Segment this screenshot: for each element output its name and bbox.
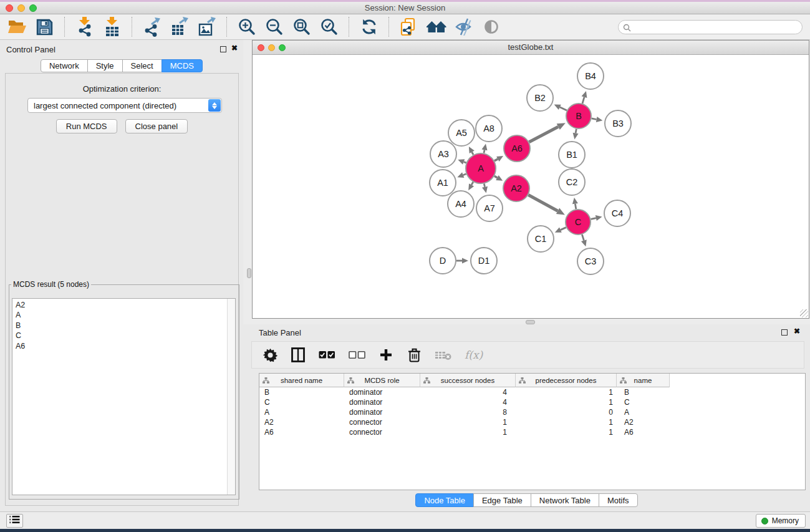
edge-C-C4[interactable] (591, 218, 596, 220)
column-header-shared-name[interactable]: shared name (259, 374, 344, 387)
edge-A-A1[interactable] (463, 174, 466, 175)
edge-C-C2[interactable] (575, 204, 576, 210)
cell-MCDS-role[interactable]: connector (344, 427, 420, 437)
float-table-panel-icon[interactable] (781, 329, 788, 336)
node-table[interactable]: shared nameMCDS rolesuccessor nodesprede… (259, 373, 806, 490)
cell-successor-nodes[interactable]: 1 (420, 427, 516, 437)
edge-B-B4[interactable] (582, 97, 584, 104)
mcds-result-item[interactable]: B (12, 321, 235, 331)
cell-successor-nodes[interactable]: 4 (420, 397, 516, 407)
cell-shared-name[interactable]: A2 (259, 417, 344, 427)
open-session-icon[interactable] (6, 16, 28, 38)
cell-predecessor-nodes[interactable]: 1 (516, 397, 617, 407)
tab-mcds[interactable]: MCDS (162, 59, 203, 72)
table-tab-node-table[interactable]: Node Table (415, 493, 474, 507)
float-panel-icon[interactable] (220, 46, 226, 52)
zoom-out-icon[interactable] (263, 16, 285, 38)
run-mcds-button[interactable]: Run MCDS (56, 119, 117, 133)
edge-A-A7[interactable] (484, 183, 485, 186)
show-all-networks-icon[interactable] (425, 16, 447, 38)
table-row[interactable]: A2connector11A2 (259, 417, 805, 427)
cell-shared-name[interactable]: A6 (259, 427, 344, 437)
network-zoom-button[interactable] (279, 44, 286, 51)
mcds-result-item[interactable]: C (12, 331, 235, 341)
column-header-successor-nodes[interactable]: successor nodes (420, 374, 516, 387)
export-table-icon[interactable] (168, 16, 190, 38)
network-close-button[interactable] (258, 44, 264, 51)
mcds-result-item[interactable]: A2 (12, 300, 235, 310)
edge-A-A5[interactable] (472, 152, 473, 155)
cell-shared-name[interactable]: B (259, 387, 344, 397)
table-row[interactable]: Adominator80A (259, 407, 805, 417)
zoom-window-button[interactable] (29, 4, 37, 12)
table-row[interactable]: Bdominator41B (259, 387, 805, 397)
edge-B-B3[interactable] (592, 118, 597, 120)
minimize-window-button[interactable] (17, 4, 25, 12)
export-network-icon[interactable] (141, 16, 163, 38)
add-entry-icon[interactable] (378, 346, 393, 364)
mcds-result-item[interactable]: A (12, 310, 235, 320)
edge-A-A2[interactable] (494, 176, 498, 178)
cell-successor-nodes[interactable]: 1 (420, 417, 516, 427)
edge-C-C1[interactable] (561, 228, 566, 230)
table-tab-edge-table[interactable]: Edge Table (473, 493, 531, 507)
table-tab-network-table[interactable]: Network Table (531, 493, 599, 507)
export-image-icon[interactable] (196, 16, 218, 38)
edge-A2-C[interactable] (528, 195, 557, 211)
edge-B-B1[interactable] (576, 129, 576, 133)
cell-MCDS-role[interactable]: dominator (344, 397, 420, 407)
cell-shared-name[interactable]: C (259, 397, 344, 407)
close-window-button[interactable] (6, 4, 13, 12)
cell-predecessor-nodes[interactable]: 1 (516, 427, 617, 437)
tab-select[interactable]: Select (122, 59, 162, 72)
edge-B-B2[interactable] (560, 107, 567, 110)
cell-predecessor-nodes[interactable]: 1 (516, 387, 617, 397)
mcds-result-item[interactable]: A6 (12, 341, 235, 351)
cell-shared-name[interactable]: A (259, 407, 344, 417)
import-table-icon[interactable] (101, 16, 123, 38)
cell-name[interactable]: A6 (617, 427, 670, 437)
zoom-in-icon[interactable] (236, 16, 258, 38)
cell-successor-nodes[interactable]: 4 (420, 387, 516, 397)
cell-MCDS-role[interactable]: dominator (344, 407, 420, 417)
close-panel-icon[interactable]: ✖ (231, 44, 238, 52)
settings-gear-icon[interactable] (263, 346, 277, 364)
tab-style[interactable]: Style (87, 59, 123, 72)
network-window-titlebar[interactable]: testGlobe.txt (253, 41, 809, 55)
table-row[interactable]: A6connector11A6 (259, 427, 805, 437)
mcds-result-list[interactable]: A2ABCA6 (12, 298, 236, 495)
edge-A-A3[interactable] (464, 162, 466, 163)
bird-eye-view-icon[interactable] (480, 16, 502, 38)
edge-A-A6[interactable] (494, 159, 498, 161)
desktop-horizontal-scrollbar-thumb[interactable] (526, 320, 535, 324)
refresh-icon[interactable] (358, 16, 380, 38)
edge-A-A4[interactable] (471, 182, 473, 185)
zoom-fit-icon[interactable] (291, 16, 312, 38)
delete-entry-icon[interactable] (407, 346, 422, 364)
network-minimize-button[interactable] (268, 44, 275, 51)
edge-C-C3[interactable] (582, 235, 584, 241)
import-network-icon[interactable] (74, 16, 95, 38)
edge-A-A8[interactable] (484, 150, 485, 153)
select-all-icon[interactable] (319, 346, 335, 364)
close-panel-button[interactable]: Close panel (125, 119, 188, 133)
window-resize-grip[interactable] (800, 309, 808, 317)
deselect-all-icon[interactable] (349, 346, 365, 364)
cell-name[interactable]: A (617, 407, 670, 417)
edge-A6-B[interactable] (529, 127, 559, 142)
cell-MCDS-role[interactable]: connector (344, 417, 420, 427)
table-tab-motifs[interactable]: Motifs (599, 493, 638, 507)
close-table-panel-icon[interactable]: ✖ (794, 327, 800, 336)
cell-name[interactable]: B (617, 387, 670, 397)
cell-name[interactable]: A2 (617, 417, 670, 427)
network-canvas[interactable]: AA1A3A4A5A7A8A6A2BB1B2B3B4CC1C2C3C4DD1 (253, 55, 809, 318)
save-session-icon[interactable] (34, 16, 55, 38)
cell-MCDS-role[interactable]: dominator (344, 387, 420, 397)
column-header-name[interactable]: name (617, 374, 670, 387)
cell-predecessor-nodes[interactable]: 1 (516, 417, 617, 427)
desktop-vertical-scrollbar-thumb[interactable] (247, 268, 251, 278)
column-header-predecessor-nodes[interactable]: predecessor nodes (516, 374, 617, 387)
cell-successor-nodes[interactable]: 8 (420, 407, 516, 417)
cell-name[interactable]: C (617, 397, 670, 407)
column-panel-icon[interactable] (291, 346, 306, 364)
